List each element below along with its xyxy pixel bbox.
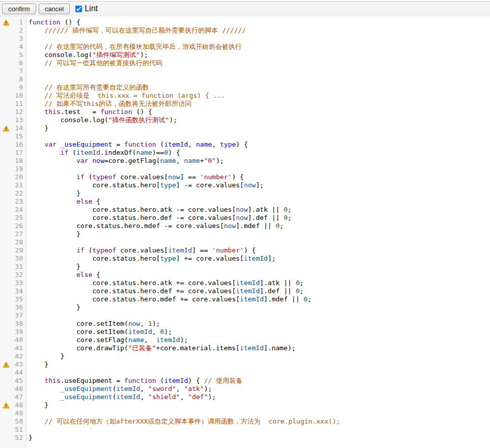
line-number: 28: [12, 238, 24, 246]
lint-label[interactable]: Lint: [85, 4, 98, 13]
code-line-text: }: [24, 189, 80, 198]
code-line[interactable]: 8: [0, 75, 490, 83]
line-number: 12: [12, 108, 24, 116]
code-line[interactable]: 41 core.drawTip("已装备"+core.material.item…: [0, 344, 490, 352]
code-line[interactable]: 35 core.status.hero.mdef += core.values[…: [0, 295, 490, 303]
lint-toggle: Lint: [75, 4, 98, 13]
lint-checkbox[interactable]: [75, 6, 82, 12]
code-line-text: _useEquipment(itemId, "shield", "def");: [24, 393, 216, 401]
code-line[interactable]: 23 else {: [0, 198, 490, 206]
code-line[interactable]: 22 }: [0, 189, 490, 198]
code-line[interactable]: 46 _useEquipment(itemId, "sword", "atk")…: [0, 385, 490, 393]
code-line[interactable]: 2 ////// 插件编写，可以在这里写自己额外需要执行的脚本 //////: [0, 26, 490, 35]
code-line[interactable]: 36 }: [0, 303, 490, 312]
code-line[interactable]: 43 }: [0, 360, 490, 369]
code-line[interactable]: 45 this.useEquipment = function (itemId)…: [0, 377, 490, 385]
code-line[interactable]: 1function () {: [0, 18, 490, 26]
line-number: 4: [12, 43, 24, 51]
gutter-marker-empty: [0, 344, 12, 352]
code-line[interactable]: 5 console.log("插件编写测试");: [0, 51, 490, 59]
gutter-marker-empty: [0, 426, 12, 434]
code-line[interactable]: 20 if (typeof core.values[now] == 'numbe…: [0, 173, 490, 181]
cancel-button[interactable]: cancel: [39, 4, 70, 14]
code-line[interactable]: 10 // 写法必须是 this.xxx = function (args) {…: [0, 92, 490, 100]
warning-triangle-icon: [3, 19, 10, 26]
code-line-text: core.status.hero.mdef -= core.values[now…: [24, 222, 284, 230]
line-number: 9: [12, 83, 24, 92]
code-line[interactable]: 50 // 可以在任何地方（如afterXXX或自定义脚本事件）调用函数，方法为…: [0, 417, 490, 426]
code-line-text: function () {: [24, 18, 80, 26]
code-line-text: ////// 插件编写，可以在这里写自己额外需要执行的脚本 //////: [24, 26, 246, 35]
code-line[interactable]: 44: [0, 369, 490, 377]
code-line[interactable]: 18 var now=core.getFlag(name, name+"0");: [0, 157, 490, 165]
code-line-text: }: [24, 263, 80, 271]
code-line[interactable]: 7: [0, 67, 490, 75]
code-line[interactable]: 3: [0, 35, 490, 43]
gutter-marker-empty: [0, 206, 12, 214]
code-line-text: core.status.hero[type] += core.values[it…: [24, 255, 276, 263]
code-line[interactable]: 13 console.log("插件函数执行测试");: [0, 116, 490, 124]
gutter-marker-empty: [0, 320, 12, 328]
code-line-text: core.status.hero.atk += core.values[item…: [24, 279, 304, 287]
code-line[interactable]: 16 var _useEquipment = function (itemId,…: [0, 141, 490, 149]
code-line-text: // 写法必须是 this.xxx = function (args) { ..…: [24, 92, 225, 100]
code-line[interactable]: 17 if (itemId.indexOf(name)==0) {: [0, 149, 490, 157]
code-line[interactable]: 48 }: [0, 401, 490, 409]
code-line[interactable]: 27 }: [0, 230, 490, 238]
code-line[interactable]: 51: [0, 426, 490, 434]
code-line-text: var _useEquipment = function (itemId, na…: [24, 141, 248, 149]
code-line-text: core.setFlag(name, itemId);: [24, 336, 188, 344]
code-line[interactable]: 9 // 在这里写所有需要自定义的函数: [0, 83, 490, 92]
code-line[interactable]: 31 }: [0, 263, 490, 271]
code-line[interactable]: 34 core.status.hero.def += core.values[i…: [0, 287, 490, 295]
confirm-button[interactable]: confirm: [2, 4, 36, 14]
code-line-text: if (typeof core.values[itemId] == 'numbe…: [24, 246, 256, 255]
code-line[interactable]: 37: [0, 312, 490, 320]
code-line[interactable]: 21 core.status.hero[type] -= core.values…: [0, 181, 490, 189]
code-line[interactable]: 52}: [0, 434, 490, 442]
gutter-marker-empty: [0, 141, 12, 149]
warning-triangle-icon: [3, 361, 10, 368]
gutter-marker-empty: [0, 369, 12, 377]
gutter-marker-empty: [0, 132, 12, 141]
line-number: 35: [12, 295, 24, 303]
code-editor[interactable]: 1function () {2 ////// 插件编写，可以在这里写自己额外需要…: [0, 16, 490, 448]
code-line[interactable]: 30 core.status.hero[type] += core.values…: [0, 255, 490, 263]
code-line[interactable]: 14 }: [0, 124, 490, 132]
code-line[interactable]: 6 // 可以写一些其他的被直接执行的代码: [0, 59, 490, 67]
code-line[interactable]: 33 core.status.hero.atk += core.values[i…: [0, 279, 490, 287]
code-line[interactable]: 28: [0, 238, 490, 246]
code-line[interactable]: 40 core.setFlag(name, itemId);: [0, 336, 490, 344]
code-line[interactable]: 19: [0, 165, 490, 173]
code-line[interactable]: 49: [0, 409, 490, 417]
gutter-marker-empty: [0, 377, 12, 385]
code-line[interactable]: 25 core.status.hero.def -= core.values[n…: [0, 214, 490, 222]
code-line[interactable]: 24 core.status.hero.atk -= core.values[n…: [0, 206, 490, 214]
lint-warning-icon: [0, 18, 12, 26]
code-line[interactable]: 38 core.setItem(now, 1);: [0, 320, 490, 328]
gutter-marker-empty: [0, 59, 12, 67]
line-number: 48: [12, 401, 24, 409]
line-number: 47: [12, 393, 24, 401]
code-line[interactable]: 32 else {: [0, 271, 490, 279]
line-number: 32: [12, 271, 24, 279]
lint-warning-icon: [0, 124, 12, 132]
code-line[interactable]: 26 core.status.hero.mdef -= core.values[…: [0, 222, 490, 230]
code-line-text: }: [24, 303, 80, 312]
line-number: 6: [12, 59, 24, 67]
code-line-text: if (itemId.indexOf(name)==0) {: [24, 149, 180, 157]
line-number: 38: [12, 320, 24, 328]
code-line-text: }: [24, 352, 64, 360]
code-line[interactable]: 42 }: [0, 352, 490, 360]
code-line-text: core.status.hero.def -= core.values[now]…: [24, 214, 292, 222]
line-number: 21: [12, 181, 24, 189]
code-line[interactable]: 12 this.test = function () {: [0, 108, 490, 116]
code-line[interactable]: 15: [0, 132, 490, 141]
code-line[interactable]: 11 // 如果不写this的话，函数将无法被外部所访问: [0, 100, 490, 108]
code-line[interactable]: 29 if (typeof core.values[itemId] == 'nu…: [0, 246, 490, 255]
code-line[interactable]: 39 core.setItem(itemId, 0);: [0, 328, 490, 336]
line-number: 18: [12, 157, 24, 165]
code-line[interactable]: 47 _useEquipment(itemId, "shield", "def"…: [0, 393, 490, 401]
gutter-marker-empty: [0, 246, 12, 255]
code-line[interactable]: 4 // 在这里写的代码，在所有模块加载完毕后，游戏开始前会被执行: [0, 43, 490, 51]
